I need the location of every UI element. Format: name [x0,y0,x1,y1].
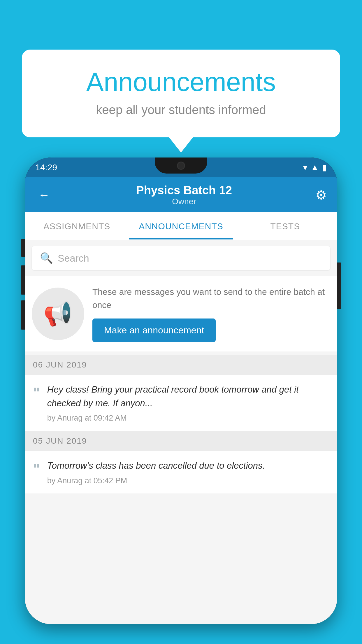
announcement-content-2: Tomorrow's class has been cancelled due … [47,459,329,485]
phone-button-right [337,262,341,309]
announcement-text-1: Hey class! Bring your practical record b… [47,383,329,410]
batch-title: Physics Batch 12 [136,184,232,197]
status-icons: ▾ ▲ ▮ [303,163,327,172]
signal-icon: ▲ [311,163,319,172]
announcement-content-1: Hey class! Bring your practical record b… [47,383,329,423]
tab-announcements[interactable]: ANNOUNCEMENTS [129,213,233,239]
announcement-meta-1: by Anurag at 09:42 AM [47,414,329,423]
phone-mockup: 14:29 ▾ ▲ ▮ ← Physics Batch 12 Owner ⚙ A… [25,158,337,644]
app-header: ← Physics Batch 12 Owner ⚙ [25,177,337,212]
wifi-icon: ▾ [303,163,307,172]
battery-icon: ▮ [322,163,327,172]
quote-icon-1: " [33,385,40,423]
header-title-group: Physics Batch 12 Owner [136,184,232,206]
phone-camera [177,162,185,170]
quote-icon-2: " [33,461,40,485]
phone-screen: 🔍 Search 📢 These are messages you want t… [25,240,337,624]
search-icon: 🔍 [40,252,53,264]
cta-section: 📢 These are messages you want to send to… [25,276,337,351]
announcement-item-1: " Hey class! Bring your practical record… [25,375,337,431]
phone-button-vol-up [21,265,25,295]
cta-description: These are messages you want to send to t… [92,285,330,312]
phone-button-vol-down [21,300,25,330]
page-main-subtitle: keep all your students informed [45,103,317,117]
date-separator-2: 05 JUN 2019 [25,431,337,451]
tab-tests[interactable]: TESTS [233,213,337,239]
phone-button-power [21,239,25,257]
speech-bubble-section: Announcements keep all your students inf… [22,50,340,137]
cta-content: These are messages you want to send to t… [92,285,330,342]
phone-frame: 14:29 ▾ ▲ ▮ ← Physics Batch 12 Owner ⚙ A… [25,158,337,624]
page-main-title: Announcements [45,67,317,97]
announcement-item-2: " Tomorrow's class has been cancelled du… [25,451,337,494]
speech-bubble-card: Announcements keep all your students inf… [22,50,340,137]
announcement-text-2: Tomorrow's class has been cancelled due … [47,459,329,473]
phone-notch [155,158,207,174]
search-bar[interactable]: 🔍 Search [32,246,330,270]
megaphone-icon: 📢 [43,300,73,328]
status-time: 14:29 [35,162,57,172]
search-placeholder: Search [58,253,89,264]
tab-assignments[interactable]: ASSIGNMENTS [25,213,129,239]
batch-role: Owner [136,197,232,206]
settings-button[interactable]: ⚙ [315,188,327,202]
tabs-bar: ASSIGNMENTS ANNOUNCEMENTS TESTS [25,212,337,240]
back-button[interactable]: ← [35,186,53,204]
make-announcement-button[interactable]: Make an announcement [92,318,216,342]
announcement-meta-2: by Anurag at 05:42 PM [47,476,329,485]
date-separator-1: 06 JUN 2019 [25,355,337,375]
megaphone-circle: 📢 [32,288,84,340]
